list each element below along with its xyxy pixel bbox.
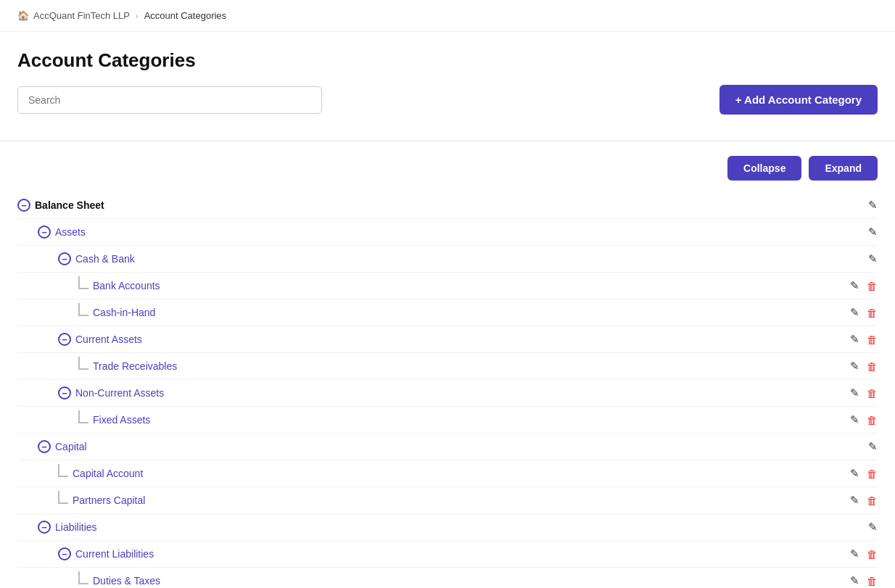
collapse-button[interactable]: Collapse: [727, 156, 801, 181]
node-label[interactable]: Liabilities: [55, 521, 97, 533]
node-label[interactable]: Capital: [55, 441, 87, 452]
tree-row: Capital Account✎🗑: [17, 460, 878, 487]
node-label[interactable]: Current Liabilities: [75, 548, 154, 560]
tree-row: Fixed Assets✎🗑: [17, 407, 878, 434]
delete-icon[interactable]: 🗑: [867, 280, 878, 292]
home-icon: 🏠: [17, 10, 29, 21]
branch-line-icon: [78, 303, 88, 316]
tree-row: Duties & Taxes✎🗑: [17, 568, 878, 588]
add-account-category-button[interactable]: + Add Account Category: [719, 85, 878, 115]
node-label[interactable]: Assets: [55, 226, 86, 238]
tree-row: Cash-in-Hand✎🗑: [17, 299, 878, 326]
branch-line-icon: [78, 571, 88, 584]
content-area: Collapse Expand −Balance Sheet✎−Assets✎−…: [0, 141, 895, 588]
tree-row: −Liabilities✎: [17, 514, 878, 541]
delete-icon[interactable]: 🗑: [867, 494, 878, 507]
tree-row: −Cash & Bank✎: [17, 246, 878, 273]
breadcrumb: 🏠 AccQuant FinTech LLP › Account Categor…: [0, 0, 895, 32]
delete-icon[interactable]: 🗑: [867, 334, 878, 346]
tree-row: Bank Accounts✎🗑: [17, 273, 878, 299]
branch-line-icon: [58, 464, 68, 477]
edit-icon[interactable]: ✎: [850, 467, 859, 480]
delete-icon[interactable]: 🗑: [867, 548, 878, 560]
breadcrumb-company: AccQuant FinTech LLP: [33, 10, 130, 21]
delete-icon[interactable]: 🗑: [867, 575, 878, 587]
collapse-toggle-icon[interactable]: −: [58, 386, 71, 399]
edit-icon[interactable]: ✎: [868, 225, 878, 239]
node-label: Cash-in-Hand: [93, 307, 155, 318]
tree-row: −Balance Sheet✎: [17, 192, 878, 219]
node-label[interactable]: Cash & Bank: [75, 253, 135, 265]
delete-icon[interactable]: 🗑: [867, 468, 878, 480]
edit-icon[interactable]: ✎: [850, 574, 859, 587]
edit-icon[interactable]: ✎: [850, 333, 859, 346]
edit-icon[interactable]: ✎: [850, 306, 859, 319]
node-label: Fixed Assets: [93, 414, 150, 426]
delete-icon[interactable]: 🗑: [867, 414, 878, 426]
delete-icon[interactable]: 🗑: [867, 360, 878, 373]
collapse-expand-bar: Collapse Expand: [17, 149, 878, 192]
expand-button[interactable]: Expand: [809, 156, 878, 181]
edit-icon[interactable]: ✎: [850, 413, 859, 426]
edit-icon[interactable]: ✎: [850, 360, 859, 373]
node-label: Partners Capital: [73, 494, 145, 506]
edit-icon[interactable]: ✎: [850, 279, 859, 292]
collapse-toggle-icon[interactable]: −: [58, 252, 71, 265]
page-title: Account Categories: [17, 49, 878, 72]
delete-icon[interactable]: 🗑: [867, 307, 878, 319]
branch-line-icon: [78, 276, 88, 289]
breadcrumb-home-link[interactable]: 🏠 AccQuant FinTech LLP: [17, 10, 130, 21]
collapse-toggle-icon[interactable]: −: [58, 547, 71, 560]
tree-row: Partners Capital✎🗑: [17, 487, 878, 514]
collapse-toggle-icon[interactable]: −: [38, 440, 51, 453]
tree-row: −Assets✎: [17, 219, 878, 246]
branch-line-icon: [78, 357, 88, 370]
edit-icon[interactable]: ✎: [850, 386, 859, 399]
edit-icon[interactable]: ✎: [868, 440, 878, 453]
tree-row: −Current Liabilities✎🗑: [17, 541, 878, 568]
edit-icon[interactable]: ✎: [868, 252, 878, 265]
search-input[interactable]: [17, 86, 322, 114]
delete-icon[interactable]: 🗑: [867, 387, 878, 399]
node-label[interactable]: Current Assets: [75, 334, 142, 345]
edit-icon[interactable]: ✎: [850, 547, 859, 560]
tree-row: −Capital✎: [17, 434, 878, 460]
collapse-toggle-icon[interactable]: −: [38, 225, 51, 239]
edit-icon[interactable]: ✎: [868, 521, 878, 534]
toolbar: + Add Account Category: [17, 85, 878, 126]
node-label: Duties & Taxes: [93, 575, 160, 587]
tree-row: Trade Receivables✎🗑: [17, 353, 878, 380]
edit-icon[interactable]: ✎: [850, 494, 859, 507]
breadcrumb-separator: ›: [136, 12, 139, 20]
tree-row: −Current Assets✎🗑: [17, 326, 878, 353]
node-label[interactable]: Non-Current Assets: [75, 387, 164, 399]
collapse-toggle-icon[interactable]: −: [38, 521, 51, 534]
branch-line-icon: [78, 410, 88, 423]
branch-line-icon: [58, 491, 68, 504]
node-label: Trade Receivables: [93, 360, 177, 372]
page-header: Account Categories + Add Account Categor…: [0, 32, 895, 141]
node-label: Bank Accounts: [93, 280, 160, 291]
tree: −Balance Sheet✎−Assets✎−Cash & Bank✎Bank…: [17, 192, 878, 588]
tree-row: −Non-Current Assets✎🗑: [17, 380, 878, 407]
breadcrumb-current: Account Categories: [144, 10, 226, 21]
node-label[interactable]: Balance Sheet: [35, 199, 104, 211]
collapse-toggle-icon[interactable]: −: [58, 333, 71, 346]
collapse-toggle-icon[interactable]: −: [17, 199, 30, 212]
edit-icon[interactable]: ✎: [868, 199, 878, 212]
node-label: Capital Account: [73, 468, 143, 479]
